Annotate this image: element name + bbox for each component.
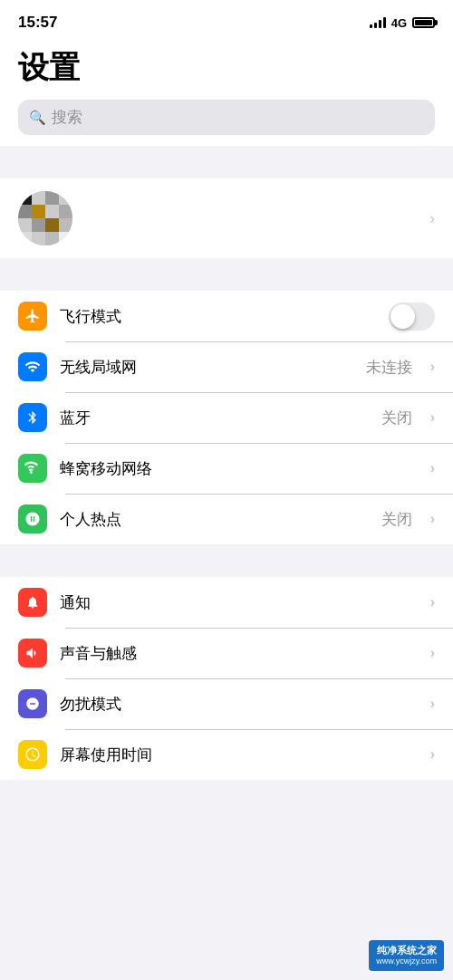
airplane-label: 飞行模式 bbox=[60, 306, 376, 327]
airplane-mode-item[interactable]: 飞行模式 bbox=[0, 291, 453, 341]
sound-item[interactable]: 声音与触感 › bbox=[0, 628, 453, 678]
network-label: 4G bbox=[391, 16, 407, 30]
hotspot-value: 关闭 bbox=[381, 509, 412, 530]
hotspot-icon bbox=[18, 504, 47, 533]
section-divider-1 bbox=[0, 146, 453, 178]
cellular-chevron-icon: › bbox=[430, 460, 435, 476]
cellular-icon bbox=[18, 454, 47, 483]
screentime-chevron-icon: › bbox=[430, 746, 435, 763]
status-icons: 4G bbox=[370, 16, 435, 30]
screentime-item[interactable]: 屏幕使用时间 › bbox=[0, 729, 453, 780]
profile-chevron-icon: › bbox=[429, 209, 435, 228]
watermark-url: www.ycwjzy.com bbox=[376, 956, 437, 967]
hotspot-item[interactable]: 个人热点 关闭 › bbox=[0, 494, 453, 544]
cellular-item[interactable]: 蜂窝移动网络 › bbox=[0, 443, 453, 494]
network-section: 飞行模式 无线局域网 未连接 › 蓝牙 关闭 › bbox=[0, 291, 453, 544]
sound-label: 声音与触感 bbox=[60, 643, 418, 664]
page-title: 设置 bbox=[18, 47, 435, 89]
watermark-title: 纯净系统之家 bbox=[377, 944, 437, 956]
bluetooth-value: 关闭 bbox=[381, 408, 412, 428]
dnd-chevron-icon: › bbox=[430, 696, 435, 712]
section-divider-3 bbox=[0, 544, 453, 577]
airplane-icon bbox=[18, 302, 47, 331]
settings-header: 设置 🔍 搜索 bbox=[0, 40, 453, 146]
screentime-icon bbox=[18, 740, 47, 769]
battery-icon bbox=[412, 17, 435, 28]
search-bar[interactable]: 🔍 搜索 bbox=[18, 100, 435, 135]
signal-icon bbox=[370, 17, 386, 28]
notifications-chevron-icon: › bbox=[430, 594, 435, 610]
profile-cell[interactable]: › bbox=[0, 178, 453, 258]
sound-chevron-icon: › bbox=[430, 645, 435, 661]
svg-point-0 bbox=[30, 471, 33, 474]
section-divider-2 bbox=[0, 258, 453, 291]
wifi-icon bbox=[18, 352, 47, 381]
cellular-label: 蜂窝移动网络 bbox=[60, 458, 418, 479]
dnd-label: 勿扰模式 bbox=[60, 694, 418, 715]
search-input[interactable]: 搜索 bbox=[52, 107, 82, 128]
bluetooth-label: 蓝牙 bbox=[60, 408, 369, 428]
notifications-label: 通知 bbox=[60, 592, 418, 613]
profile-section: › bbox=[0, 178, 453, 258]
bluetooth-item[interactable]: 蓝牙 关闭 › bbox=[0, 392, 453, 443]
avatar bbox=[18, 191, 72, 245]
wifi-item[interactable]: 无线局域网 未连接 › bbox=[0, 341, 453, 392]
notifications-item[interactable]: 通知 › bbox=[0, 577, 453, 628]
sound-icon bbox=[18, 639, 47, 668]
bluetooth-chevron-icon: › bbox=[430, 409, 435, 426]
airplane-toggle[interactable] bbox=[389, 303, 435, 331]
watermark: 纯净系统之家 www.ycwjzy.com bbox=[369, 940, 444, 971]
notifications-icon bbox=[18, 588, 47, 617]
notification-section: 通知 › 声音与触感 › 勿扰模式 › 屏幕使用时间 › bbox=[0, 577, 453, 780]
dnd-item[interactable]: 勿扰模式 › bbox=[0, 678, 453, 729]
wifi-value: 未连接 bbox=[366, 357, 412, 378]
bluetooth-icon bbox=[18, 403, 47, 432]
dnd-icon bbox=[18, 689, 47, 718]
status-bar: 15:57 4G bbox=[0, 0, 453, 40]
hotspot-chevron-icon: › bbox=[430, 511, 435, 527]
wifi-label: 无线局域网 bbox=[60, 357, 353, 378]
screentime-label: 屏幕使用时间 bbox=[60, 745, 418, 765]
search-icon: 🔍 bbox=[29, 110, 46, 126]
hotspot-label: 个人热点 bbox=[60, 509, 369, 530]
status-time: 15:57 bbox=[18, 14, 57, 32]
bottom-spacer bbox=[0, 780, 453, 834]
wifi-chevron-icon: › bbox=[430, 359, 435, 375]
